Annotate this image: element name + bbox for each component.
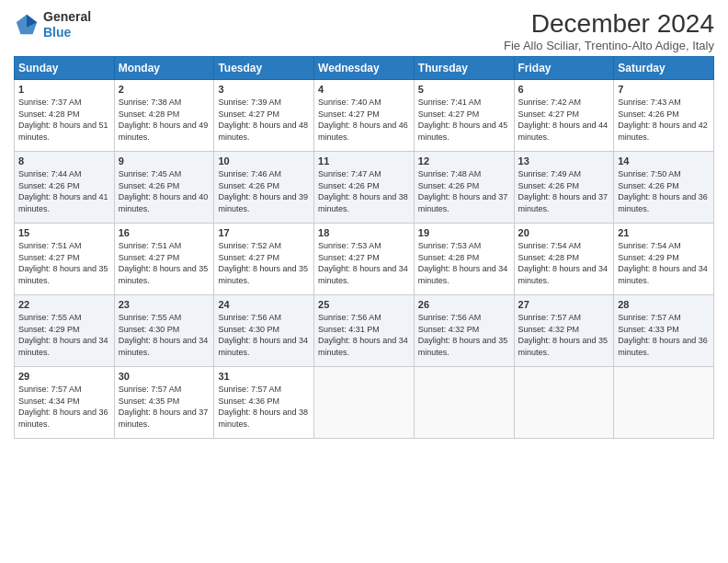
day-info-28: Sunrise: 7:57 AMSunset: 4:33 PMDaylight:… [618, 312, 710, 358]
day-info-31: Sunrise: 7:57 AMSunset: 4:36 PMDaylight:… [218, 384, 310, 430]
day-info-20: Sunrise: 7:54 AMSunset: 4:28 PMDaylight:… [518, 240, 610, 286]
calendar-cell-3: 3Sunrise: 7:39 AMSunset: 4:27 PMDaylight… [214, 80, 314, 152]
header: General Blue December 2024 Fie Allo Scil… [14, 9, 714, 52]
calendar-cell-5: 5Sunrise: 7:41 AMSunset: 4:27 PMDaylight… [414, 80, 514, 152]
calendar-cell-19: 19Sunrise: 7:53 AMSunset: 4:28 PMDayligh… [414, 224, 514, 295]
day-info-13: Sunrise: 7:49 AMSunset: 4:26 PMDaylight:… [518, 168, 610, 214]
calendar-cell-9: 9Sunrise: 7:45 AMSunset: 4:26 PMDaylight… [114, 152, 214, 224]
day-number-13: 13 [518, 155, 610, 167]
day-number-23: 23 [119, 299, 210, 310]
day-info-10: Sunrise: 7:46 AMSunset: 4:26 PMDaylight:… [218, 168, 310, 214]
day-info-4: Sunrise: 7:40 AMSunset: 4:27 PMDaylight:… [318, 97, 410, 143]
calendar-table: Sunday Monday Tuesday Wednesday Thursday… [14, 56, 714, 439]
calendar-cell-6: 6Sunrise: 7:42 AMSunset: 4:27 PMDaylight… [514, 80, 614, 152]
logo-text: General Blue [43, 9, 91, 40]
col-saturday: Saturday [614, 57, 714, 80]
day-info-3: Sunrise: 7:39 AMSunset: 4:27 PMDaylight:… [218, 97, 310, 143]
calendar-cell-12: 12Sunrise: 7:48 AMSunset: 4:26 PMDayligh… [414, 152, 514, 224]
title-section: December 2024 Fie Allo Sciliar, Trentino… [504, 9, 714, 52]
day-number-1: 1 [18, 84, 110, 95]
calendar-cell-25: 25Sunrise: 7:56 AMSunset: 4:31 PMDayligh… [314, 295, 415, 367]
calendar-row-2: 8Sunrise: 7:44 AMSunset: 4:26 PMDaylight… [15, 152, 714, 224]
calendar-cell-15: 15Sunrise: 7:51 AMSunset: 4:27 PMDayligh… [15, 224, 115, 295]
calendar-header-row: Sunday Monday Tuesday Wednesday Thursday… [15, 57, 714, 80]
col-monday: Monday [114, 57, 214, 80]
day-number-22: 22 [18, 299, 110, 310]
col-thursday: Thursday [414, 57, 514, 80]
calendar-cell-17: 17Sunrise: 7:52 AMSunset: 4:27 PMDayligh… [214, 224, 314, 295]
day-number-18: 18 [318, 227, 410, 238]
col-sunday: Sunday [15, 57, 115, 80]
day-info-23: Sunrise: 7:55 AMSunset: 4:30 PMDaylight:… [119, 312, 210, 358]
main-title: December 2024 [504, 9, 714, 39]
calendar-cell-23: 23Sunrise: 7:55 AMSunset: 4:30 PMDayligh… [114, 295, 214, 367]
subtitle: Fie Allo Sciliar, Trentino-Alto Adige, I… [504, 39, 714, 52]
calendar-cell-20: 20Sunrise: 7:54 AMSunset: 4:28 PMDayligh… [514, 224, 614, 295]
calendar-row-5: 29Sunrise: 7:57 AMSunset: 4:34 PMDayligh… [15, 367, 714, 439]
calendar-cell-7: 7Sunrise: 7:43 AMSunset: 4:26 PMDaylight… [614, 80, 714, 152]
day-number-27: 27 [518, 299, 610, 310]
day-number-9: 9 [119, 155, 210, 167]
day-number-2: 2 [119, 84, 210, 95]
calendar-cell-null [614, 367, 714, 439]
day-info-29: Sunrise: 7:57 AMSunset: 4:34 PMDaylight:… [18, 384, 110, 430]
day-number-12: 12 [418, 155, 510, 167]
day-info-1: Sunrise: 7:37 AMSunset: 4:28 PMDaylight:… [18, 97, 110, 143]
page: General Blue December 2024 Fie Allo Scil… [0, 0, 728, 563]
day-number-17: 17 [218, 227, 310, 238]
day-info-15: Sunrise: 7:51 AMSunset: 4:27 PMDaylight:… [18, 240, 110, 286]
calendar-cell-16: 16Sunrise: 7:51 AMSunset: 4:27 PMDayligh… [114, 224, 214, 295]
logo-general: General [43, 9, 91, 24]
col-friday: Friday [514, 57, 614, 80]
calendar-cell-27: 27Sunrise: 7:57 AMSunset: 4:32 PMDayligh… [514, 295, 614, 367]
day-number-6: 6 [518, 84, 610, 95]
day-info-24: Sunrise: 7:56 AMSunset: 4:30 PMDaylight:… [218, 312, 310, 358]
calendar-cell-10: 10Sunrise: 7:46 AMSunset: 4:26 PMDayligh… [214, 152, 314, 224]
day-number-8: 8 [18, 155, 110, 167]
logo: General Blue [14, 9, 91, 40]
calendar-cell-null [414, 367, 514, 439]
day-number-14: 14 [618, 155, 710, 167]
calendar-cell-null [514, 367, 614, 439]
day-number-7: 7 [618, 84, 710, 95]
day-info-7: Sunrise: 7:43 AMSunset: 4:26 PMDaylight:… [618, 97, 710, 143]
calendar-cell-null [314, 367, 415, 439]
day-info-30: Sunrise: 7:57 AMSunset: 4:35 PMDaylight:… [119, 384, 210, 430]
calendar-cell-8: 8Sunrise: 7:44 AMSunset: 4:26 PMDaylight… [15, 152, 115, 224]
day-info-21: Sunrise: 7:54 AMSunset: 4:29 PMDaylight:… [618, 240, 710, 286]
calendar-cell-24: 24Sunrise: 7:56 AMSunset: 4:30 PMDayligh… [214, 295, 314, 367]
col-tuesday: Tuesday [214, 57, 314, 80]
day-number-30: 30 [119, 371, 210, 382]
calendar-row-4: 22Sunrise: 7:55 AMSunset: 4:29 PMDayligh… [15, 295, 714, 367]
calendar-cell-28: 28Sunrise: 7:57 AMSunset: 4:33 PMDayligh… [614, 295, 714, 367]
day-number-25: 25 [318, 299, 410, 310]
day-number-31: 31 [218, 371, 310, 382]
logo-blue: Blue [43, 25, 71, 40]
day-info-25: Sunrise: 7:56 AMSunset: 4:31 PMDaylight:… [318, 312, 410, 358]
day-number-4: 4 [318, 84, 410, 95]
day-info-2: Sunrise: 7:38 AMSunset: 4:28 PMDaylight:… [119, 97, 210, 143]
calendar-cell-4: 4Sunrise: 7:40 AMSunset: 4:27 PMDaylight… [314, 80, 415, 152]
day-info-12: Sunrise: 7:48 AMSunset: 4:26 PMDaylight:… [418, 168, 510, 214]
day-number-21: 21 [618, 227, 710, 238]
day-info-27: Sunrise: 7:57 AMSunset: 4:32 PMDaylight:… [518, 312, 610, 358]
calendar-cell-13: 13Sunrise: 7:49 AMSunset: 4:26 PMDayligh… [514, 152, 614, 224]
day-info-26: Sunrise: 7:56 AMSunset: 4:32 PMDaylight:… [418, 312, 510, 358]
day-info-17: Sunrise: 7:52 AMSunset: 4:27 PMDaylight:… [218, 240, 310, 286]
day-info-5: Sunrise: 7:41 AMSunset: 4:27 PMDaylight:… [418, 97, 510, 143]
logo-icon [14, 12, 40, 38]
day-number-20: 20 [518, 227, 610, 238]
calendar-cell-22: 22Sunrise: 7:55 AMSunset: 4:29 PMDayligh… [15, 295, 115, 367]
day-number-26: 26 [418, 299, 510, 310]
day-info-18: Sunrise: 7:53 AMSunset: 4:27 PMDaylight:… [318, 240, 410, 286]
calendar-cell-18: 18Sunrise: 7:53 AMSunset: 4:27 PMDayligh… [314, 224, 415, 295]
calendar-cell-11: 11Sunrise: 7:47 AMSunset: 4:26 PMDayligh… [314, 152, 415, 224]
calendar-cell-14: 14Sunrise: 7:50 AMSunset: 4:26 PMDayligh… [614, 152, 714, 224]
day-info-8: Sunrise: 7:44 AMSunset: 4:26 PMDaylight:… [18, 168, 110, 214]
day-info-19: Sunrise: 7:53 AMSunset: 4:28 PMDaylight:… [418, 240, 510, 286]
calendar-cell-31: 31Sunrise: 7:57 AMSunset: 4:36 PMDayligh… [214, 367, 314, 439]
day-number-15: 15 [18, 227, 110, 238]
day-number-11: 11 [318, 155, 410, 167]
calendar-body: 1Sunrise: 7:37 AMSunset: 4:28 PMDaylight… [15, 80, 714, 439]
day-info-14: Sunrise: 7:50 AMSunset: 4:26 PMDaylight:… [618, 168, 710, 214]
